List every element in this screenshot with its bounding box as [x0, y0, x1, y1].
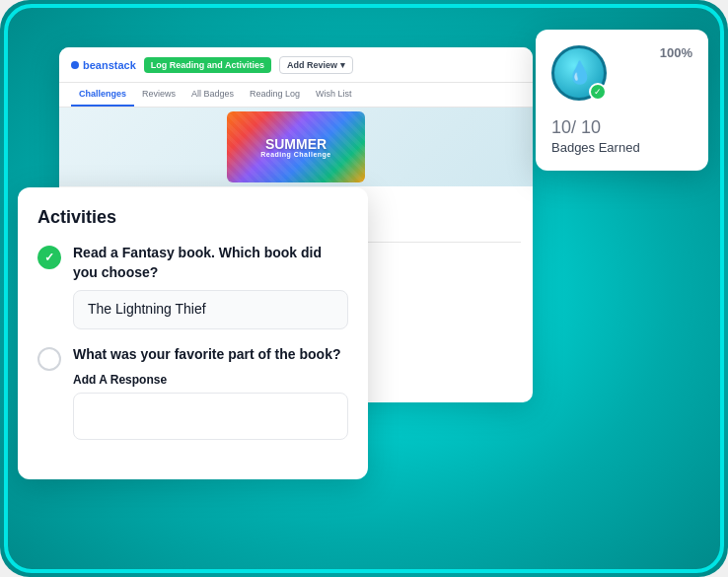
badges-card-header: 💧 ✓ 100%: [551, 45, 692, 101]
activity-question-2: What was your favorite part of the book?: [73, 345, 348, 365]
tab-wish-list[interactable]: Wish List: [308, 83, 360, 107]
badges-count-row: 10/ 10: [551, 108, 692, 140]
badges-percent: 100%: [660, 45, 692, 60]
badges-count: 10/ 10: [551, 108, 601, 139]
badges-earned-label: Badges Earned: [551, 140, 692, 155]
browser-topbar: beanstack Log Reading and Activities Add…: [59, 47, 533, 83]
nav-tabs: Challenges Reviews All Badges Reading Lo…: [59, 83, 533, 108]
activity-content-2: What was your favorite part of the book?…: [73, 345, 348, 444]
banner-graphic: SUMMER Reading Challenge: [227, 111, 365, 182]
activity-check-1: ✓: [37, 246, 61, 269]
activities-card: Activities ✓ Read a Fantasy book. Which …: [18, 187, 368, 479]
checkmark-icon-1: ✓: [44, 251, 54, 264]
add-response-label: Add A Response: [73, 373, 348, 387]
tab-reading-log[interactable]: Reading Log: [242, 83, 308, 107]
logo-text: beanstack: [83, 59, 136, 71]
activity-content-1: Read a Fantasy book. Which book did you …: [73, 244, 348, 329]
banner-summer-text: SUMMER: [265, 137, 327, 151]
badges-earned-card: 💧 ✓ 100% 10/ 10 Badges Earned: [536, 30, 708, 171]
log-reading-button[interactable]: Log Reading and Activities: [144, 57, 271, 73]
badges-circle-large: 💧 ✓: [551, 45, 607, 101]
activity-check-2: [37, 347, 61, 371]
activities-title: Activities: [37, 207, 348, 228]
activity-item-2: What was your favorite part of the book?…: [37, 345, 348, 444]
water-drop-icon: 💧: [566, 60, 593, 86]
banner-subtitle-text: Reading Challenge: [260, 151, 331, 158]
add-review-button[interactable]: Add Review ▾: [279, 56, 353, 74]
activity-item-1: ✓ Read a Fantasy book. Which book did yo…: [37, 244, 348, 329]
activity-answer-box: The Lightning Thief: [73, 290, 348, 329]
tab-reviews[interactable]: Reviews: [134, 83, 183, 107]
activity-response-input[interactable]: [73, 393, 348, 440]
beanstack-logo: beanstack: [71, 59, 136, 71]
summer-banner: SUMMER Reading Challenge: [59, 108, 533, 186]
badges-check-icon: ✓: [589, 83, 607, 101]
logo-dot: [71, 61, 79, 69]
tab-challenges[interactable]: Challenges: [71, 83, 134, 107]
badges-total: / 10: [571, 117, 601, 137]
activity-question-1: Read a Fantasy book. Which book did you …: [73, 244, 348, 282]
tab-all-badges[interactable]: All Badges: [183, 83, 242, 107]
chevron-down-icon: ▾: [340, 60, 345, 70]
